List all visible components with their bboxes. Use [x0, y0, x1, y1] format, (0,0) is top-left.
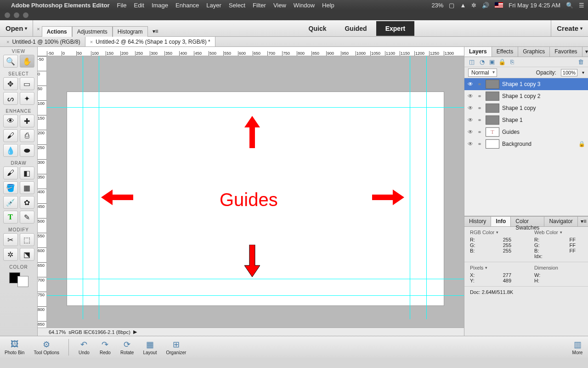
- more-button[interactable]: ▥More: [571, 339, 583, 355]
- layer-fx-icon[interactable]: ◔: [478, 58, 486, 66]
- menu-view[interactable]: View: [273, 2, 286, 9]
- volume-icon[interactable]: 🔊: [482, 2, 489, 9]
- zoom-window-button[interactable]: [23, 12, 28, 18]
- layer-thumbnail[interactable]: [486, 92, 499, 101]
- close-window-button[interactable]: [5, 12, 10, 18]
- spot-heal-tool[interactable]: ✚: [20, 115, 34, 127]
- organizer-button[interactable]: ⊞Organizer: [166, 339, 186, 355]
- hand-tool[interactable]: ✋: [20, 55, 34, 68]
- move-tool[interactable]: ✥: [3, 77, 18, 90]
- guide-horizontal[interactable]: [47, 279, 464, 279]
- tab-color-swatches[interactable]: Color Swatches: [511, 217, 544, 226]
- tab-histogram[interactable]: Histogram: [113, 26, 148, 37]
- menu-file[interactable]: File: [117, 2, 127, 9]
- mode-expert[interactable]: Expert: [376, 21, 415, 36]
- menu-filter[interactable]: Filter: [253, 2, 266, 9]
- tab-actions[interactable]: Actions: [42, 26, 72, 37]
- layer-thumbnail[interactable]: [486, 80, 499, 89]
- visibility-icon[interactable]: 👁: [467, 93, 474, 99]
- battery-icon[interactable]: ▢: [449, 2, 454, 9]
- quick-select-tool[interactable]: ✦: [20, 92, 34, 105]
- gradient-tool[interactable]: ▦: [20, 181, 34, 194]
- redeye-tool[interactable]: 👁: [3, 115, 18, 127]
- tab-layers[interactable]: Layers: [464, 47, 492, 57]
- tab-graphics[interactable]: Graphics: [518, 47, 550, 57]
- straighten-tool[interactable]: ⬔: [20, 248, 34, 261]
- recompose-tool[interactable]: ⬚: [20, 233, 34, 246]
- menu-select[interactable]: Select: [229, 2, 245, 9]
- tab-favorites[interactable]: Favorites: [550, 47, 582, 57]
- paint-bucket-tool[interactable]: 🪣: [3, 181, 18, 194]
- new-layer-icon[interactable]: ◫: [468, 58, 475, 66]
- eyedropper-tool[interactable]: 💉: [3, 196, 18, 209]
- tab-info[interactable]: Info: [491, 217, 511, 226]
- layer-thumbnail[interactable]: [486, 115, 499, 125]
- create-button[interactable]: Create▾: [551, 20, 588, 36]
- tab-effects[interactable]: Effects: [492, 47, 518, 57]
- sponge-tool[interactable]: ⬬: [20, 144, 34, 157]
- rgb-color-header[interactable]: RGB Color▾: [470, 230, 516, 235]
- blend-mode-select[interactable]: Normal: [468, 69, 497, 77]
- layer-row[interactable]: 👁⚭Background🔒: [464, 138, 588, 150]
- menu-extras-icon[interactable]: ☰: [579, 2, 584, 9]
- layer-thumbnail[interactable]: T: [486, 127, 499, 137]
- tool-options-button[interactable]: ⚙Tool Options: [34, 339, 59, 355]
- spotlight-icon[interactable]: 🔍: [566, 2, 573, 9]
- smart-brush-tool[interactable]: 🖌: [3, 129, 18, 142]
- layer-mask-icon[interactable]: ▣: [488, 58, 496, 66]
- close-tab-icon[interactable]: ×: [6, 39, 9, 45]
- layer-row[interactable]: 👁⚭Shape 1 copy: [464, 102, 588, 114]
- clock[interactable]: Fri May 19 4:25 AM: [509, 2, 560, 9]
- brush-tool[interactable]: 🖌: [3, 167, 18, 179]
- link-icon[interactable]: ⚭: [476, 105, 483, 111]
- guide-horizontal[interactable]: [47, 107, 464, 108]
- blur-tool[interactable]: 💧: [3, 144, 18, 157]
- menu-enhance[interactable]: Enhance: [175, 2, 199, 9]
- status-arrow-icon[interactable]: ▶: [133, 329, 137, 335]
- link-icon[interactable]: ⚭: [476, 129, 483, 135]
- guide-vertical[interactable]: [83, 56, 83, 319]
- layer-row[interactable]: 👁⚭Shape 1 copy 3: [464, 78, 588, 90]
- close-tab-icon[interactable]: ×: [90, 39, 93, 45]
- app-name[interactable]: Adobe Photoshop Elements Editor: [11, 2, 110, 9]
- panel-menu-icon[interactable]: ▾≡: [578, 217, 588, 226]
- crop-tool[interactable]: ✂: [3, 233, 18, 246]
- pixels-header[interactable]: Pixels▾: [470, 265, 516, 270]
- color-profile[interactable]: sRGB IEC61966-2.1 (8bpc): [68, 329, 130, 335]
- mode-quick[interactable]: Quick: [300, 21, 336, 36]
- opacity-input[interactable]: 100%: [561, 69, 577, 76]
- layer-thumbnail[interactable]: [486, 104, 499, 113]
- visibility-icon[interactable]: 👁: [467, 81, 474, 87]
- guide-vertical[interactable]: [99, 56, 99, 319]
- lasso-tool[interactable]: ᔕ: [3, 92, 18, 105]
- mode-guided[interactable]: Guided: [335, 21, 376, 36]
- ruler-horizontal[interactable]: -500501001502002503003504004505005506006…: [38, 47, 464, 56]
- visibility-icon[interactable]: 👁: [467, 117, 474, 123]
- link-icon[interactable]: ⚭: [476, 81, 483, 87]
- guide-horizontal[interactable]: [47, 295, 464, 296]
- bluetooth-icon[interactable]: ✲: [471, 2, 476, 9]
- menu-layer[interactable]: Layer: [206, 2, 221, 9]
- tab-navigator[interactable]: Navigator: [544, 217, 577, 226]
- chevron-down-icon[interactable]: ▾: [582, 70, 584, 75]
- clone-stamp-tool[interactable]: ⎙: [20, 129, 34, 142]
- type-tool[interactable]: T: [3, 211, 18, 224]
- menu-window[interactable]: Window: [294, 2, 315, 9]
- visibility-icon[interactable]: 👁: [467, 141, 474, 147]
- layer-thumbnail[interactable]: [486, 139, 499, 149]
- shape-tool[interactable]: ✿: [20, 196, 34, 209]
- close-panel-icon[interactable]: ×: [36, 26, 41, 36]
- link-icon[interactable]: ⚭: [476, 93, 483, 99]
- color-swatches[interactable]: [8, 271, 29, 288]
- eraser-tool[interactable]: ◧: [20, 167, 34, 179]
- menu-edit[interactable]: Edit: [134, 2, 144, 9]
- tab-history[interactable]: History: [464, 217, 491, 226]
- tab-adjustments[interactable]: Adjustments: [72, 26, 113, 37]
- web-color-header[interactable]: Web Color▾: [534, 230, 580, 235]
- open-button[interactable]: Open▾: [0, 20, 33, 36]
- guide-vertical[interactable]: [410, 56, 410, 319]
- link-layers-icon[interactable]: ⎘: [509, 58, 516, 66]
- marquee-tool[interactable]: ▭: [20, 77, 34, 90]
- visibility-icon[interactable]: 👁: [467, 129, 474, 135]
- zoom-value[interactable]: 64.17%: [49, 329, 66, 335]
